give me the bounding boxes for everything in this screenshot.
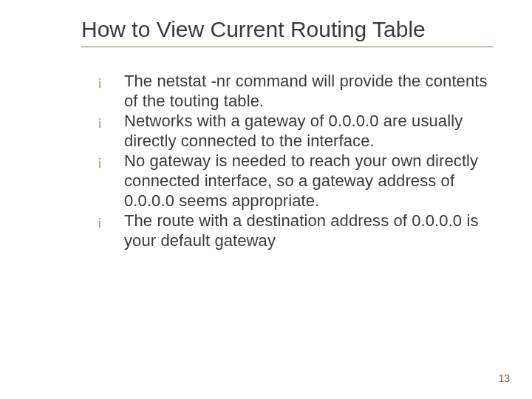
slide-body: ¡ The netstat -nr command will provide t…: [98, 71, 489, 250]
list-item: ¡ No gateway is needed to reach your own…: [98, 151, 489, 211]
list-item-text: No gateway is needed to reach your own d…: [124, 151, 489, 211]
list-item-text: The route with a destination address of …: [124, 211, 489, 250]
bullet-icon: ¡: [98, 111, 124, 132]
bullet-icon: ¡: [98, 151, 124, 171]
list-item: ¡ Networks with a gateway of 0.0.0.0 are…: [98, 111, 489, 151]
bullet-icon: ¡: [98, 71, 124, 92]
page-number: 13: [498, 372, 510, 384]
bullet-icon: ¡: [98, 211, 124, 231]
list-item-text: Networks with a gateway of 0.0.0.0 are u…: [124, 111, 489, 151]
slide: How to View Current Routing Table ¡ The …: [0, 0, 532, 399]
slide-title: How to View Current Routing Table: [81, 16, 495, 43]
list-item: ¡ The route with a destination address o…: [98, 211, 489, 250]
title-underline: [81, 47, 494, 47]
list-item: ¡ The netstat -nr command will provide t…: [98, 71, 489, 111]
list-item-text: The netstat -nr command will provide the…: [124, 71, 489, 111]
